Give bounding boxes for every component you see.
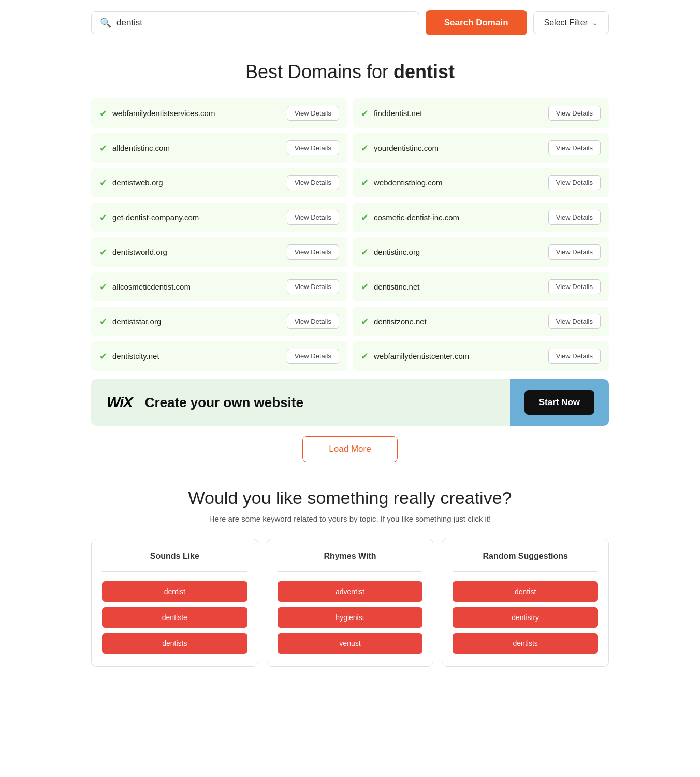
search-domain-button[interactable]: Search Domain [426, 10, 527, 35]
domain-left: ✔ dentistweb.org [99, 177, 163, 189]
domain-name: finddentist.net [374, 109, 422, 118]
view-details-button[interactable]: View Details [287, 349, 339, 364]
view-details-button[interactable]: View Details [548, 279, 601, 294]
check-icon: ✔ [361, 177, 369, 189]
domain-item: ✔ dentiststar.org View Details [91, 307, 347, 336]
domain-item: ✔ allcosmeticdentist.com View Details [91, 272, 347, 301]
check-icon: ✔ [361, 351, 369, 362]
view-details-button[interactable]: View Details [287, 140, 339, 155]
domain-item: ✔ alldentistinc.com View Details [91, 133, 347, 163]
search-input[interactable] [116, 18, 411, 28]
keyword-tag-button[interactable]: dentist [102, 581, 247, 602]
check-icon: ✔ [99, 212, 107, 223]
domain-left: ✔ alldentistinc.com [99, 142, 170, 154]
domain-name: dentistworld.org [112, 248, 167, 256]
check-icon: ✔ [99, 316, 107, 327]
view-details-button[interactable]: View Details [548, 210, 601, 225]
domain-left: ✔ get-dentist-company.com [99, 212, 199, 223]
keyword-tag-button[interactable]: dentistry [453, 607, 598, 628]
keyword-card-title: Sounds Like [102, 552, 247, 561]
load-more-button[interactable]: Load More [302, 436, 397, 462]
domain-left: ✔ dentistinc.net [361, 281, 419, 293]
keyword-tag-button[interactable]: hygienist [278, 607, 423, 628]
keyword-tags: dentistdentistedentists [102, 581, 247, 654]
keyword-card: Rhymes Withadventisthygienistvenust [267, 539, 434, 667]
wix-tagline: Create your own website [145, 395, 303, 411]
domain-item: ✔ yourdentistinc.com View Details [353, 133, 609, 163]
domain-name: dentiststar.org [112, 317, 161, 326]
domain-name: webfamilydentistcenter.com [374, 352, 469, 361]
view-details-button[interactable]: View Details [287, 210, 339, 225]
check-icon: ✔ [99, 351, 107, 362]
keyword-tag-button[interactable]: dentiste [102, 607, 247, 628]
view-details-button[interactable]: View Details [548, 175, 601, 190]
wix-logo: WiX [107, 394, 133, 411]
view-details-button[interactable]: View Details [287, 244, 339, 260]
creative-heading: Would you like something really creative… [91, 488, 609, 508]
keyword-tags: dentistdentistrydentists [453, 581, 598, 654]
domain-name: webdentistblog.com [374, 178, 443, 187]
domain-left: ✔ finddentist.net [361, 108, 422, 119]
domain-grid: ✔ webfamilydentistservices.com View Deta… [91, 98, 609, 371]
check-icon: ✔ [361, 316, 369, 327]
keyword-tag-button[interactable]: adventist [278, 581, 423, 602]
domain-name: allcosmeticdentist.com [112, 282, 191, 291]
start-now-button[interactable]: Start Now [524, 390, 594, 415]
domain-item: ✔ dentistweb.org View Details [91, 168, 347, 197]
view-details-button[interactable]: View Details [548, 106, 601, 121]
keyword-tag-button[interactable]: venust [278, 633, 423, 654]
view-details-button[interactable]: View Details [287, 279, 339, 294]
view-details-button[interactable]: View Details [548, 244, 601, 260]
domain-item: ✔ get-dentist-company.com View Details [91, 203, 347, 232]
keyword-tag-button[interactable]: dentists [453, 633, 598, 654]
domain-name: get-dentist-company.com [112, 213, 199, 222]
domain-left: ✔ dentistworld.org [99, 247, 167, 258]
view-details-button[interactable]: View Details [287, 314, 339, 329]
search-icon: 🔍 [100, 17, 111, 28]
view-details-button[interactable]: View Details [287, 106, 339, 121]
domain-left: ✔ yourdentistinc.com [361, 142, 439, 154]
domain-left: ✔ allcosmeticdentist.com [99, 281, 191, 293]
view-details-button[interactable]: View Details [287, 175, 339, 190]
domain-left: ✔ dentistcity.net [99, 351, 159, 362]
keyword-tag-button[interactable]: dentist [453, 581, 598, 602]
check-icon: ✔ [99, 281, 107, 293]
keyword-tags: adventisthygienistvenust [278, 581, 423, 654]
keyword-card: Random Suggestionsdentistdentistrydentis… [442, 539, 609, 667]
domain-left: ✔ cosmetic-dentist-inc.com [361, 212, 459, 223]
domain-item: ✔ dentistcity.net View Details [91, 341, 347, 371]
view-details-button[interactable]: View Details [548, 349, 601, 364]
check-icon: ✔ [99, 247, 107, 258]
domain-name: dentistcity.net [112, 352, 159, 361]
wix-banner-left: WiX Create your own website [91, 394, 510, 411]
domain-item: ✔ dentistinc.org View Details [353, 237, 609, 267]
domain-item: ✔ dentistworld.org View Details [91, 237, 347, 267]
domain-left: ✔ dentistzone.net [361, 316, 427, 327]
filter-label: Select Filter [544, 18, 588, 27]
domain-item: ✔ dentistinc.net View Details [353, 272, 609, 301]
main-heading: Best Domains for dentist [91, 61, 609, 83]
filter-button[interactable]: Select Filter ⌄ [533, 11, 609, 34]
keyword-card: Sounds Likedentistdentistedentists [91, 539, 258, 667]
view-details-button[interactable]: View Details [548, 314, 601, 329]
domain-name: dentistinc.org [374, 248, 420, 256]
keyword-card-title: Rhymes With [278, 552, 423, 561]
search-bar: 🔍 Search Domain Select Filter ⌄ [91, 10, 609, 35]
domain-item: ✔ webdentistblog.com View Details [353, 168, 609, 197]
keyword-cards: Sounds LikedentistdentistedentistsRhymes… [91, 539, 609, 667]
check-icon: ✔ [99, 177, 107, 189]
domain-name: dentistweb.org [112, 178, 163, 187]
view-details-button[interactable]: View Details [548, 140, 601, 155]
domain-name: dentistzone.net [374, 317, 427, 326]
domain-left: ✔ webdentistblog.com [361, 177, 443, 189]
domain-name: dentistinc.net [374, 282, 419, 291]
domain-name: yourdentistinc.com [374, 143, 439, 152]
creative-subtext: Here are some keyword related to yours b… [91, 514, 609, 523]
wix-banner: WiX Create your own website Start Now [91, 379, 609, 426]
wix-banner-right: Start Now [510, 379, 609, 426]
check-icon: ✔ [361, 212, 369, 223]
domain-left: ✔ dentistinc.org [361, 247, 420, 258]
domain-left: ✔ webfamilydentistcenter.com [361, 351, 469, 362]
keyword-tag-button[interactable]: dentists [102, 633, 247, 654]
domain-name: webfamilydentistservices.com [112, 109, 215, 118]
